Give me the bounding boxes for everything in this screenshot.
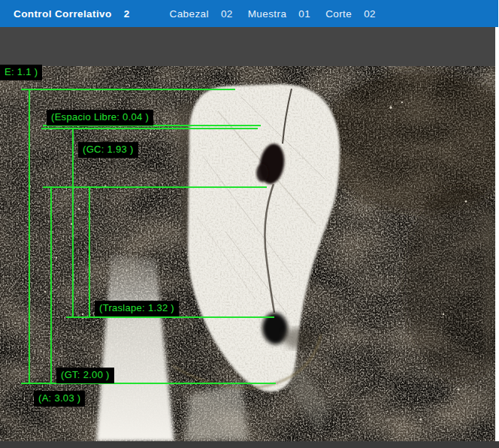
measurement-label-a: (A: 3.03 )	[34, 391, 85, 407]
measurement-label-gt: (GT: 2.00 )	[56, 368, 114, 383]
measurement-label-gc: (GC: 1.93 )	[78, 142, 138, 158]
measurement-label-e: E: 1.1 )	[0, 65, 42, 80]
field-corte-label: Corte	[325, 8, 352, 20]
header-bar: Control Correlativo 2 Cabezal 02 Muestra…	[0, 0, 498, 27]
toolbar-strip	[0, 27, 495, 66]
measurement-label-traslape: (Traslape: 1.32 )	[95, 301, 179, 316]
footer-bar	[0, 441, 499, 448]
field-muestra-label: Muestra	[248, 8, 287, 20]
app-title: Control Correlativo	[14, 8, 112, 20]
measurement-label-espacio-libre: (Espacio Libre: 0.04 )	[47, 110, 153, 126]
field-corte-value: 02	[364, 8, 376, 20]
field-cabezal-label: Cabezal	[170, 8, 209, 20]
correlativo-number: 2	[124, 8, 130, 20]
app-window: Control Correlativo 2 Cabezal 02 Muestra…	[0, 0, 499, 448]
field-muestra-value: 01	[298, 8, 310, 20]
field-cabezal-value: 02	[221, 8, 233, 20]
header-fields: Cabezal 02 Muestra 01 Corte 02	[170, 8, 391, 20]
